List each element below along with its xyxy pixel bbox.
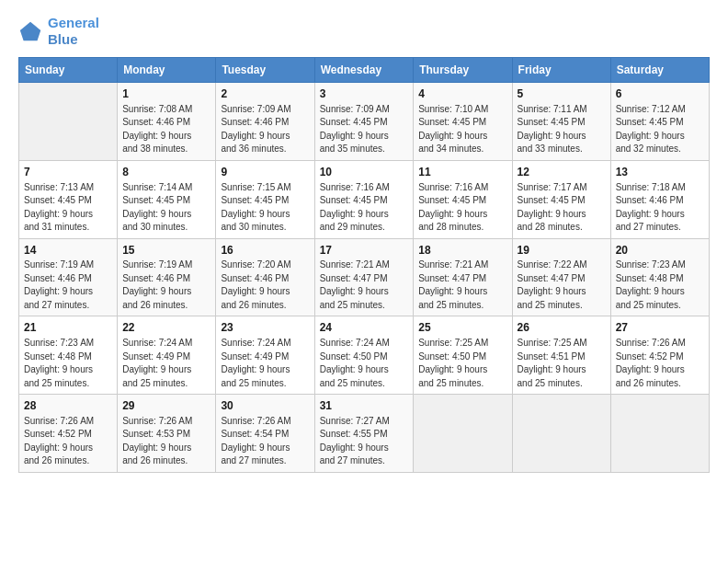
calendar-week-row: 28Sunrise: 7:26 AM Sunset: 4:52 PM Dayli… [19,395,710,473]
calendar-cell: 4Sunrise: 7:10 AM Sunset: 4:45 PM Daylig… [414,83,512,161]
day-info: Sunrise: 7:19 AM Sunset: 4:46 PM Dayligh… [24,259,112,312]
calendar-cell: 12Sunrise: 7:17 AM Sunset: 4:45 PM Dayli… [512,160,610,238]
day-info: Sunrise: 7:11 AM Sunset: 4:45 PM Dayligh… [518,103,606,156]
day-info: Sunrise: 7:17 AM Sunset: 4:45 PM Dayligh… [518,181,606,235]
day-info: Sunrise: 7:08 AM Sunset: 4:46 PM Dayligh… [122,103,210,156]
day-info: Sunrise: 7:25 AM Sunset: 4:51 PM Dayligh… [518,337,606,390]
day-info: Sunrise: 7:26 AM Sunset: 4:53 PM Dayligh… [122,415,210,468]
day-info: Sunrise: 7:19 AM Sunset: 4:46 PM Dayligh… [122,259,210,312]
calendar-cell: 15Sunrise: 7:19 AM Sunset: 4:46 PM Dayli… [118,238,216,316]
day-info: Sunrise: 7:23 AM Sunset: 4:48 PM Dayligh… [616,259,704,312]
day-number: 23 [221,320,309,336]
calendar-day-header: Sunday [19,58,118,83]
day-info: Sunrise: 7:27 AM Sunset: 4:55 PM Dayligh… [320,415,409,468]
day-info: Sunrise: 7:21 AM Sunset: 4:47 PM Dayligh… [418,259,506,312]
svg-marker-0 [20,22,40,41]
calendar-cell: 28Sunrise: 7:26 AM Sunset: 4:52 PM Dayli… [19,395,118,473]
calendar-cell: 25Sunrise: 7:25 AM Sunset: 4:50 PM Dayli… [414,316,512,395]
calendar-cell: 14Sunrise: 7:19 AM Sunset: 4:46 PM Dayli… [19,238,118,316]
day-number: 13 [616,165,704,180]
logo-icon [18,18,44,44]
day-number: 28 [24,398,112,414]
calendar-cell: 22Sunrise: 7:24 AM Sunset: 4:49 PM Dayli… [118,316,216,395]
day-info: Sunrise: 7:26 AM Sunset: 4:54 PM Dayligh… [221,415,309,468]
day-number: 24 [320,320,409,336]
calendar-day-header: Friday [512,58,610,83]
day-number: 8 [122,165,210,180]
day-info: Sunrise: 7:23 AM Sunset: 4:48 PM Dayligh… [24,337,112,390]
day-number: 22 [122,320,210,336]
day-info: Sunrise: 7:16 AM Sunset: 4:45 PM Dayligh… [320,181,409,235]
calendar-cell: 1Sunrise: 7:08 AM Sunset: 4:46 PM Daylig… [118,83,216,161]
day-info: Sunrise: 7:10 AM Sunset: 4:45 PM Dayligh… [418,103,506,156]
calendar-week-row: 1Sunrise: 7:08 AM Sunset: 4:46 PM Daylig… [19,83,710,161]
day-number: 3 [320,86,409,102]
day-number: 27 [616,320,704,336]
day-number: 11 [418,165,506,180]
day-info: Sunrise: 7:22 AM Sunset: 4:47 PM Dayligh… [518,259,606,312]
day-info: Sunrise: 7:25 AM Sunset: 4:50 PM Dayligh… [418,337,506,390]
day-number: 12 [518,165,606,180]
day-number: 19 [518,243,606,259]
calendar-day-header: Monday [118,58,216,83]
day-info: Sunrise: 7:09 AM Sunset: 4:45 PM Dayligh… [320,103,409,156]
day-number: 7 [24,165,112,180]
day-info: Sunrise: 7:24 AM Sunset: 4:49 PM Dayligh… [221,337,309,390]
calendar-header-row: SundayMondayTuesdayWednesdayThursdayFrid… [19,58,710,83]
day-number: 1 [122,86,210,102]
day-number: 16 [221,243,309,259]
calendar-cell: 17Sunrise: 7:21 AM Sunset: 4:47 PM Dayli… [314,238,414,316]
day-number: 26 [518,320,606,336]
calendar-cell: 21Sunrise: 7:23 AM Sunset: 4:48 PM Dayli… [19,316,118,395]
day-info: Sunrise: 7:13 AM Sunset: 4:45 PM Dayligh… [24,181,112,235]
day-info: Sunrise: 7:14 AM Sunset: 4:45 PM Dayligh… [122,181,210,235]
calendar-cell: 27Sunrise: 7:26 AM Sunset: 4:52 PM Dayli… [610,316,709,395]
day-number: 10 [320,165,409,180]
calendar-cell: 10Sunrise: 7:16 AM Sunset: 4:45 PM Dayli… [314,160,414,238]
day-number: 2 [221,86,309,102]
day-number: 18 [418,243,506,259]
calendar-week-row: 7Sunrise: 7:13 AM Sunset: 4:45 PM Daylig… [19,160,710,238]
calendar-cell: 7Sunrise: 7:13 AM Sunset: 4:45 PM Daylig… [19,160,118,238]
calendar-cell: 19Sunrise: 7:22 AM Sunset: 4:47 PM Dayli… [512,238,610,316]
calendar-cell: 24Sunrise: 7:24 AM Sunset: 4:50 PM Dayli… [314,316,414,395]
calendar-day-header: Tuesday [216,58,314,83]
day-number: 9 [221,165,309,180]
logo-text: General Blue [48,15,99,48]
calendar-cell: 9Sunrise: 7:15 AM Sunset: 4:45 PM Daylig… [216,160,314,238]
day-number: 14 [24,243,112,259]
day-info: Sunrise: 7:24 AM Sunset: 4:49 PM Dayligh… [122,337,210,390]
day-info: Sunrise: 7:16 AM Sunset: 4:45 PM Dayligh… [418,181,506,235]
page-container: General Blue SundayMondayTuesdayWednesda… [0,0,728,482]
calendar-cell: 30Sunrise: 7:26 AM Sunset: 4:54 PM Dayli… [216,395,314,473]
calendar-cell: 6Sunrise: 7:12 AM Sunset: 4:45 PM Daylig… [610,83,709,161]
day-info: Sunrise: 7:09 AM Sunset: 4:46 PM Dayligh… [221,103,309,156]
calendar-cell [512,395,610,473]
calendar-day-header: Saturday [610,58,709,83]
day-number: 20 [616,243,704,259]
calendar-cell: 20Sunrise: 7:23 AM Sunset: 4:48 PM Dayli… [610,238,709,316]
calendar-cell: 13Sunrise: 7:18 AM Sunset: 4:46 PM Dayli… [610,160,709,238]
calendar-cell [610,395,709,473]
day-number: 5 [518,86,606,102]
day-info: Sunrise: 7:24 AM Sunset: 4:50 PM Dayligh… [320,337,409,390]
day-number: 15 [122,243,210,259]
day-info: Sunrise: 7:18 AM Sunset: 4:46 PM Dayligh… [616,181,704,235]
calendar-cell: 29Sunrise: 7:26 AM Sunset: 4:53 PM Dayli… [118,395,216,473]
calendar-cell: 18Sunrise: 7:21 AM Sunset: 4:47 PM Dayli… [414,238,512,316]
calendar-cell [19,83,118,161]
day-info: Sunrise: 7:15 AM Sunset: 4:45 PM Dayligh… [221,181,309,235]
calendar-table: SundayMondayTuesdayWednesdayThursdayFrid… [18,57,710,473]
calendar-cell: 16Sunrise: 7:20 AM Sunset: 4:46 PM Dayli… [216,238,314,316]
logo: General Blue [18,15,99,48]
day-number: 4 [418,86,506,102]
day-info: Sunrise: 7:26 AM Sunset: 4:52 PM Dayligh… [616,337,704,390]
day-info: Sunrise: 7:26 AM Sunset: 4:52 PM Dayligh… [24,415,112,468]
calendar-day-header: Thursday [414,58,512,83]
calendar-cell [414,395,512,473]
day-number: 31 [320,398,409,414]
calendar-cell: 5Sunrise: 7:11 AM Sunset: 4:45 PM Daylig… [512,83,610,161]
calendar-week-row: 21Sunrise: 7:23 AM Sunset: 4:48 PM Dayli… [19,316,710,395]
day-number: 6 [616,86,704,102]
header: General Blue [18,15,710,48]
